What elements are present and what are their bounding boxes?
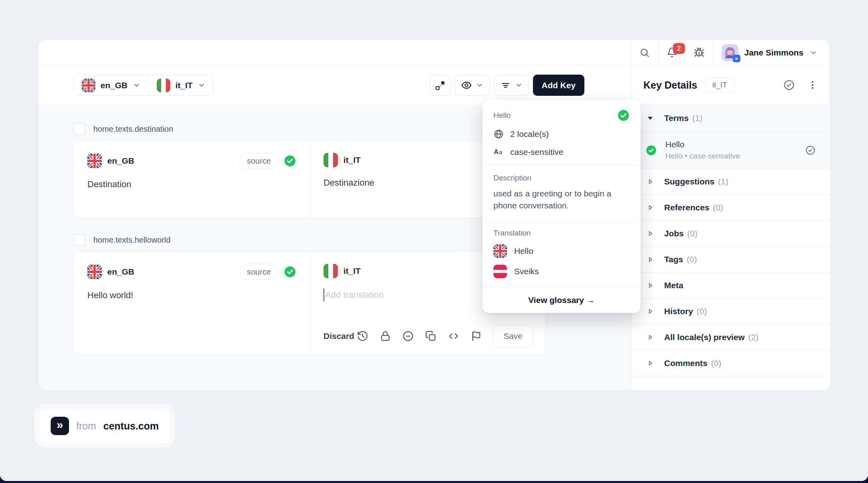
section-count: (0): [687, 229, 698, 238]
target-locale-select[interactable]: it_IT: [148, 75, 213, 95]
search-icon: [639, 48, 650, 58]
flag-icon[interactable]: [470, 330, 482, 342]
eye-icon: [461, 80, 472, 91]
locale-selector-group: en_GB it_IT: [73, 75, 214, 96]
source-badge: source: [239, 264, 278, 280]
source-text[interactable]: Destination: [87, 179, 296, 190]
attribution-badge[interactable]: » from centus.com: [38, 408, 171, 444]
page-background: 2 » Jane Simmons: [0, 0, 868, 481]
section-history[interactable]: History (0): [631, 299, 830, 325]
preview-button[interactable]: [455, 75, 490, 96]
minus-circle-icon[interactable]: [402, 330, 414, 342]
app-window: 2 » Jane Simmons: [38, 40, 830, 390]
italy-flag-icon: [324, 264, 338, 278]
section-label: References: [664, 203, 709, 212]
check-circle-icon[interactable]: [783, 79, 795, 91]
section-tags[interactable]: Tags (0): [631, 247, 830, 273]
row-checkbox[interactable]: [73, 234, 85, 246]
source-text[interactable]: Hello world!: [87, 290, 296, 301]
term-subtitle: Hello • case-sensative: [665, 152, 740, 160]
search-button[interactable]: [631, 40, 658, 65]
section-comments[interactable]: Comments (0): [631, 350, 830, 376]
section-count: (1): [692, 113, 702, 123]
key-details-header: Key Details it_IT: [631, 65, 830, 105]
glossary-translation-section: Translation Hello Sveiks: [482, 221, 641, 287]
term-title: Hello: [665, 140, 740, 149]
section-label: Terms: [664, 113, 688, 123]
case-sensitive-icon: Aa: [493, 147, 504, 157]
view-glossary-link[interactable]: View glossary →: [482, 287, 641, 313]
attribution-brand: centus.com: [103, 420, 159, 432]
key-name: home.texts.destination: [93, 125, 173, 134]
section-count: (0): [711, 358, 722, 368]
key-details-panel: Terms (1) Hello Hello • case-sensative S…: [631, 105, 830, 390]
triangle-right-icon: [646, 229, 655, 238]
source-badge: source: [239, 153, 278, 169]
triangle-down-icon: [646, 114, 655, 123]
key-row: home.texts.destination: [73, 123, 173, 135]
toolbar-buttons: Add Key: [430, 75, 584, 96]
user-menu[interactable]: » Jane Simmons: [712, 40, 829, 65]
row-checkbox[interactable]: [73, 123, 85, 135]
section-meta[interactable]: Meta: [631, 273, 830, 299]
glossary-popover: Hello 2 locale(s) Aa case-sensitive Desc…: [482, 100, 641, 313]
term-approved-icon: [646, 145, 657, 156]
section-label: Jobs: [664, 229, 684, 238]
glossary-translation-text: Sveiks: [514, 267, 539, 276]
section-count: (0): [696, 307, 707, 316]
target-locale-code: it_IT: [176, 81, 193, 90]
triangle-right-icon: [646, 333, 655, 342]
triangle-right-icon: [646, 307, 655, 316]
glossary-case-info: case-sensitive: [510, 147, 563, 157]
editor-action-bar: Discard Save: [324, 324, 533, 348]
notification-count-badge: 2: [673, 43, 685, 54]
triangle-right-icon: [646, 177, 655, 186]
debug-button[interactable]: [685, 40, 712, 65]
source-locale-select[interactable]: en_GB: [74, 75, 148, 95]
editor-icons: [357, 330, 482, 342]
key-name: home.texts.helloworld: [93, 236, 170, 245]
kebab-menu-icon[interactable]: [807, 79, 818, 91]
add-key-button[interactable]: Add Key: [533, 75, 584, 96]
section-all-locales-preview[interactable]: All locale(s) preview (2): [631, 325, 830, 350]
glossary-description-section: Description used as a greeting or to beg…: [482, 166, 641, 221]
section-label: Meta: [664, 281, 683, 290]
glossary-translation-text: Hello: [514, 246, 533, 256]
glossary-term-section: Hello 2 locale(s) Aa case-sensitive: [482, 100, 641, 166]
copy-icon[interactable]: [425, 330, 437, 342]
cell-locale: it_IT: [343, 266, 361, 276]
code-icon[interactable]: [448, 330, 460, 342]
source-cell[interactable]: en_GB source Hello world!: [74, 252, 310, 354]
save-button[interactable]: Save: [493, 325, 533, 348]
centus-logo-icon: »: [51, 417, 69, 435]
glossary-translation-row: Hello: [493, 244, 629, 258]
discard-button[interactable]: Discard: [324, 331, 354, 341]
term-item[interactable]: Hello Hello • case-sensative: [631, 132, 830, 169]
section-label: Tags: [664, 255, 683, 264]
check-circle-icon[interactable]: [805, 145, 816, 156]
section-suggestions[interactable]: Suggestions (1): [631, 169, 830, 195]
section-label: All locale(s) preview: [664, 333, 745, 342]
filter-button[interactable]: [494, 75, 529, 96]
section-terms[interactable]: Terms (1): [631, 105, 830, 132]
source-cell[interactable]: en_GB source Destination: [74, 141, 310, 218]
section-references[interactable]: References (0): [631, 195, 830, 221]
notifications-button[interactable]: 2: [658, 40, 685, 65]
chevron-down-icon: [809, 49, 817, 57]
section-count: (0): [713, 203, 723, 212]
triangle-right-icon: [646, 359, 655, 368]
chevron-down-icon: [198, 81, 205, 89]
cell-locale: en_GB: [107, 156, 134, 166]
workflow-button[interactable]: [430, 75, 451, 96]
section-jobs[interactable]: Jobs (0): [631, 221, 830, 247]
lock-icon[interactable]: [379, 330, 391, 342]
bug-icon: [694, 47, 704, 58]
section-label: Suggestions: [664, 177, 714, 186]
chevron-down-icon: [515, 81, 523, 89]
section-count: (2): [748, 333, 759, 342]
chevron-down-icon: [133, 81, 140, 89]
history-icon[interactable]: [357, 330, 369, 342]
glossary-locales-info: 2 locale(s): [510, 129, 549, 139]
approved-check-icon: [284, 155, 296, 167]
section-label: Comments: [664, 358, 708, 368]
